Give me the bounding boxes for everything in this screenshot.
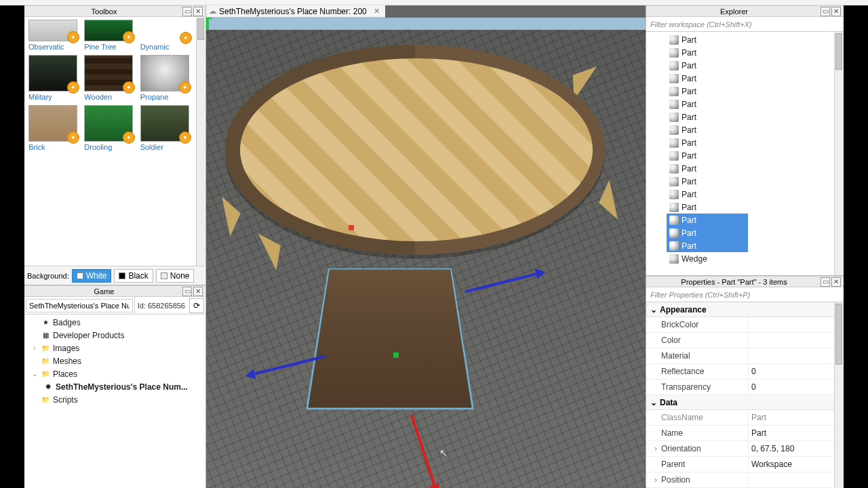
tree-row-places[interactable]: ⌄📁Places [24,367,205,380]
prop-row[interactable]: ParentWorkspace [646,457,844,472]
explorer-scrollbar[interactable] [834,32,844,275]
gizmo-center[interactable] [393,352,399,358]
prop-section-data[interactable]: ⌄Data [646,395,844,410]
explorer-row-label: Part [682,216,696,225]
explorer-panel-header[interactable]: Explorer ▭ ✕ [646,5,844,17]
part-icon [669,74,679,83]
ribbon-stub [0,0,868,5]
box-icon: ▦ [41,331,50,340]
toolbox-item[interactable]: ✦Soldier [140,105,195,151]
toolbox-item[interactable]: ✦Pine Tree [84,20,138,51]
explorer-row[interactable]: Part [667,239,748,252]
close-icon[interactable]: ✕ [831,7,841,16]
prop-row[interactable]: ›Orientation0, 67.5, 180 [646,441,844,457]
chevron-down-icon[interactable]: ⌄ [31,370,38,378]
close-icon[interactable]: ✕ [193,287,203,296]
tree-row-current-place[interactable]: ✸SethTheMysterious's Place Num... [24,380,205,393]
toolbox-item[interactable]: ✦Military [28,55,83,101]
explorer-row[interactable]: Part [669,162,844,175]
explorer-filter-input[interactable] [646,18,844,31]
game-title: Game [27,287,181,296]
explorer-row[interactable]: Part [669,123,844,136]
restore-icon[interactable]: ▭ [182,287,192,296]
part-icon [669,203,679,212]
restore-icon[interactable]: ▭ [821,277,830,287]
prop-row: ClassNamePart [646,410,844,426]
part-icon [669,190,679,199]
explorer-row[interactable]: Part [669,149,844,162]
bg-none-chip[interactable]: None [156,269,195,283]
explorer-row-label: Part [682,74,696,83]
toolbox-scrollbar[interactable] [196,17,205,266]
chevron-right-icon: › [650,444,661,453]
refresh-icon[interactable]: ⟳ [189,298,204,313]
close-tab-icon[interactable]: ✕ [374,7,380,16]
tree-row-devproducts[interactable]: ▦Developer Products [24,329,205,342]
toolbox-item[interactable]: ✦Brick [28,105,83,151]
prop-row[interactable]: ›Position [646,472,844,488]
prop-row[interactable]: NamePart [646,426,844,441]
explorer-row[interactable]: Part [669,33,844,46]
bg-black-chip[interactable]: Black [114,269,153,283]
toolbox-item[interactable]: ✦Wooden [84,55,138,101]
explorer-row[interactable]: Part [667,226,748,239]
explorer-row[interactable]: Part [669,59,844,72]
game-id-label: Id: 658265856 [134,297,188,314]
explorer-row-label: Wedge [682,254,707,264]
prop-row[interactable]: Transparency0 [646,380,844,395]
part-icon [669,48,679,58]
chevron-right-icon[interactable]: › [31,344,38,352]
part-icon [669,125,679,135]
viewport-tab[interactable]: ☁ SethTheMysterious's Place Number: 200 … [206,5,385,18]
explorer-row[interactable]: Part [669,188,844,201]
explorer-row[interactable]: Part [669,136,844,149]
prop-section-appearance[interactable]: ⌄Appearance [646,302,844,317]
explorer-row[interactable]: Part [669,98,844,110]
game-name-input[interactable] [26,299,133,312]
selected-part-plank[interactable] [306,268,474,409]
gizmo-dot-red[interactable] [349,225,354,230]
prop-row[interactable]: Color [646,333,844,348]
explorer-row[interactable]: Wedge [669,252,844,265]
part-icon [669,254,679,264]
toolbox-item[interactable]: ✦Observatic [28,20,83,51]
chevron-down-icon: ⌄ [650,398,657,407]
toolbox-item[interactable]: ✦Drooling [84,105,138,151]
properties-panel-header[interactable]: Properties - Part "Part" - 3 items ▭ ✕ [646,276,844,287]
properties-scrollbar[interactable] [834,302,844,488]
explorer-row[interactable]: Part [667,214,748,226]
toolbox-item[interactable]: ✦Propane [140,55,195,101]
tree-row-meshes[interactable]: 📁Meshes [24,354,205,367]
cursor-icon: ↖ [439,447,448,458]
explorer-row-label: Part [682,228,696,238]
tree-row-badges[interactable]: ★Badges [24,316,205,329]
part-icon [669,138,679,148]
tree-row-images[interactable]: ›📁Images [24,342,205,354]
tree-row-scripts[interactable]: 📁Scripts [24,393,205,406]
close-icon[interactable]: ✕ [193,7,203,16]
part-icon [669,241,679,251]
prop-row[interactable]: BrickColor [646,317,844,333]
toolbox-panel-header[interactable]: Toolbox ▭ ✕ [24,5,205,17]
restore-icon[interactable]: ▭ [821,7,830,16]
bg-white-chip[interactable]: White [72,269,112,283]
game-panel-header[interactable]: Game ▭ ✕ [24,285,205,297]
part-icon [669,61,679,70]
explorer-row[interactable]: Part [669,72,844,85]
viewport[interactable]: ☁ SethTheMysterious's Place Number: 200 … [206,5,646,488]
properties-filter-input[interactable] [646,288,844,302]
toolbox-item[interactable]: ✦Dynamic [140,20,195,51]
prop-row[interactable]: Reflectance0 [646,364,844,380]
prop-row[interactable]: Material [646,348,844,364]
explorer-row[interactable]: Part [669,85,844,98]
part-icon [669,151,679,161]
explorer-row[interactable]: Part [669,46,844,59]
restore-icon[interactable]: ▭ [182,7,192,16]
explorer-row[interactable]: Part [669,201,844,214]
close-icon[interactable]: ✕ [831,277,841,287]
explorer-row[interactable]: Part [669,110,844,123]
sun-icon: ✸ [43,382,53,392]
explorer-row[interactable]: Part [669,175,844,188]
part-icon [669,228,679,238]
explorer-row-label: Part [682,177,696,186]
